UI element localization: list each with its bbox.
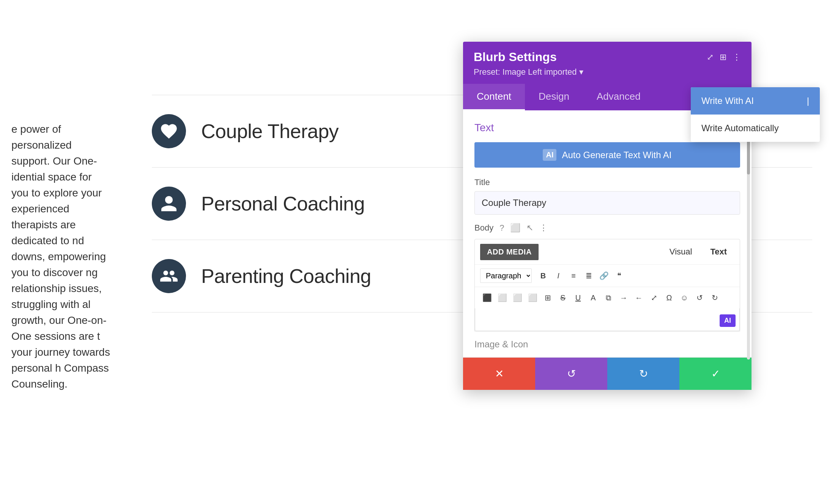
body-more-icon[interactable]: ⋮ [539, 223, 548, 233]
title-field-label: Title [474, 177, 740, 187]
align-right-button[interactable]: ⬜ [510, 291, 524, 305]
panel-header-icons: ⤢ ⊞ ⋮ [707, 52, 741, 62]
tab-advanced[interactable]: Advanced [583, 84, 654, 110]
ordered-list-button[interactable]: ≣ [582, 269, 596, 283]
emoji-button[interactable]: ☺ [677, 291, 691, 305]
toolbar-align-row: ⬛ ⬜ ⬜ ⬜ ⊞ S U A ⧉ → ← ⤢ Ω ☺ ↺ ↻ [475, 287, 740, 308]
mobile-icon[interactable]: ⬜ [510, 223, 520, 233]
family-svg-icon [159, 267, 178, 286]
add-media-button[interactable]: ADD MEDIA [480, 244, 539, 260]
save-button[interactable]: ✓ [679, 358, 752, 390]
panel-title-row: Blurb Settings ⤢ ⊞ ⋮ [474, 50, 741, 64]
toolbar-top-row: ADD MEDIA Visual Text [475, 239, 740, 265]
panel-title: Blurb Settings [474, 50, 557, 64]
underline-button[interactable]: U [571, 291, 585, 305]
editor-toolbar: ADD MEDIA Visual Text Paragraph Heading … [474, 239, 740, 331]
body-field-label: Body [474, 223, 493, 233]
align-left-button[interactable]: ⬛ [480, 291, 494, 305]
panel-bottom-bar: ✕ ↺ ↻ ✓ [463, 357, 752, 390]
tab-content[interactable]: Content [463, 84, 525, 110]
parenting-coaching-label: Parenting Coaching [201, 265, 371, 287]
personal-coaching-label: Personal Coaching [201, 192, 365, 215]
text-section-title: Text [474, 122, 494, 134]
expand-icon[interactable]: ⤢ [707, 52, 714, 62]
panel-preset[interactable]: Preset: Image Left imported ▾ [474, 67, 741, 77]
copy-button[interactable]: ⧉ [602, 291, 615, 305]
image-icon-section-label: Image & Icon [474, 339, 740, 350]
special-chars-button[interactable]: Ω [662, 291, 676, 305]
columns-icon[interactable]: ⊞ [720, 52, 726, 62]
cursor-icon[interactable]: ↖ [526, 223, 533, 233]
cancel-button[interactable]: ✕ [463, 358, 535, 390]
redo-editor-button[interactable]: ↻ [708, 291, 722, 305]
person-svg-icon [159, 194, 178, 213]
ai-dropdown-menu: Write With AI | Write Automatically [691, 87, 820, 142]
tab-design[interactable]: Design [525, 84, 583, 110]
couple-therapy-label: Couple Therapy [201, 120, 339, 143]
redo-button[interactable]: ↻ [607, 358, 679, 390]
strikethrough-button[interactable]: S [556, 291, 570, 305]
visual-view-button[interactable]: Visual [662, 243, 700, 261]
undo-button[interactable]: ↺ [535, 358, 607, 390]
personal-coaching-icon [152, 187, 186, 221]
undo-editor-button[interactable]: ↺ [693, 291, 706, 305]
italic-button[interactable]: I [551, 269, 565, 283]
parenting-coaching-icon [152, 259, 186, 293]
more-vert-icon[interactable]: ⋮ [733, 52, 741, 62]
ai-generate-label: Auto Generate Text With AI [562, 150, 671, 160]
paragraph-select[interactable]: Paragraph Heading 1 Heading 2 Heading 3 [480, 268, 532, 283]
ai-small-button[interactable]: AI [720, 314, 736, 327]
bold-button[interactable]: B [536, 269, 550, 283]
help-icon[interactable]: ? [499, 223, 504, 233]
text-color-button[interactable]: A [586, 291, 600, 305]
link-button[interactable]: 🔗 [597, 269, 611, 283]
panel-body: Text ▲ ⋮ AI Auto Generate Text With AI T… [463, 110, 752, 357]
toolbar-formatting-row: Paragraph Heading 1 Heading 2 Heading 3 … [475, 265, 740, 287]
fullscreen-button[interactable]: ⤢ [647, 291, 661, 305]
table-button[interactable]: ⊞ [541, 291, 555, 305]
panel-header: Blurb Settings ⤢ ⊞ ⋮ Preset: Image Left … [463, 42, 752, 84]
ai-icon: AI [543, 149, 556, 161]
couple-therapy-icon [152, 114, 186, 148]
description-text: e power of personalized support. Our One… [11, 121, 110, 392]
write-with-ai-option[interactable]: Write With AI | [691, 87, 820, 115]
editor-body[interactable]: AI [475, 308, 740, 331]
quote-button[interactable]: ❝ [612, 269, 626, 283]
panel-scrollbar[interactable] [747, 129, 750, 360]
title-input[interactable] [474, 191, 740, 215]
align-center-button[interactable]: ⬜ [495, 291, 509, 305]
body-label-row: Body ? ⬜ ↖ ⋮ [474, 223, 740, 233]
align-justify-button[interactable]: ⬜ [526, 291, 539, 305]
ai-generate-button[interactable]: AI Auto Generate Text With AI [474, 142, 740, 168]
text-view-button[interactable]: Text [703, 243, 734, 261]
settings-panel: Blurb Settings ⤢ ⊞ ⋮ Preset: Image Left … [463, 42, 752, 390]
indent-button[interactable]: → [617, 291, 630, 305]
heart-svg-icon [159, 122, 178, 141]
unordered-list-button[interactable]: ≡ [567, 269, 580, 283]
left-text-panel: e power of personalized support. Our One… [0, 0, 121, 504]
cursor-indicator: | [807, 96, 809, 106]
write-automatically-option[interactable]: Write Automatically [691, 115, 820, 142]
outdent-button[interactable]: ← [632, 291, 646, 305]
